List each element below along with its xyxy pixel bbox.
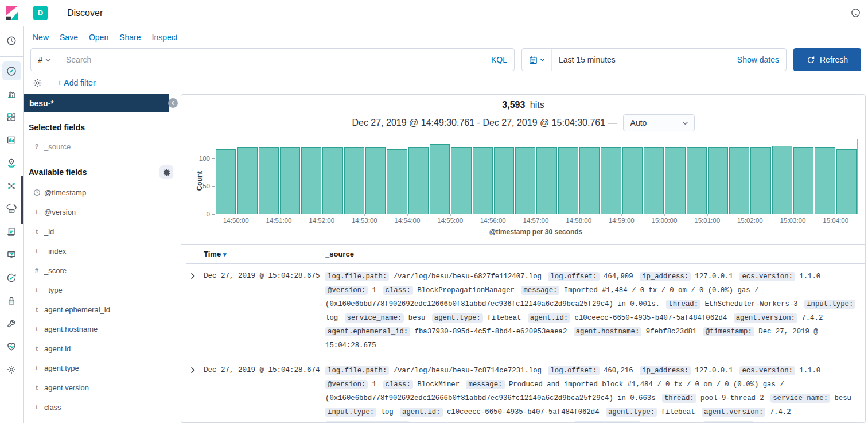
nav-item-recently-viewed[interactable] xyxy=(2,31,21,50)
histogram-bar-11[interactable] xyxy=(451,147,471,214)
histogram-bar-4[interactable] xyxy=(301,147,321,214)
menu-save-link[interactable]: Save xyxy=(60,33,78,42)
field-item-_source[interactable]: ?_source xyxy=(24,137,178,156)
filter-options-gear-icon[interactable] xyxy=(33,78,42,88)
menu-share-link[interactable]: Share xyxy=(119,33,141,42)
time-column-header[interactable]: Time▾ xyxy=(204,250,325,258)
field-item-agent.id[interactable]: tagent.id xyxy=(24,339,178,358)
time-range-line: Dec 27, 2019 @ 14:49:30.761 - Dec 27, 20… xyxy=(181,114,865,131)
histogram-bar-2[interactable] xyxy=(259,147,279,214)
string-field-icon: t xyxy=(32,247,42,254)
histogram-bar-7[interactable] xyxy=(365,147,386,214)
histogram-bar-24[interactable] xyxy=(729,147,749,214)
histogram-bar-12[interactable] xyxy=(473,147,493,214)
nav-item-dev-tools[interactable] xyxy=(2,314,21,333)
nav-item-machine-learning[interactable] xyxy=(2,176,21,195)
x-tickmark xyxy=(836,214,836,216)
filter-hash-label: # xyxy=(38,55,43,64)
date-quick-select-button[interactable] xyxy=(522,49,552,71)
field-key-chip: ecs.version: xyxy=(739,366,795,375)
index-pattern-selector[interactable]: besu-* xyxy=(24,94,169,112)
field-key-chip: class: xyxy=(383,380,413,389)
header-divider xyxy=(24,0,24,26)
histogram-bar-1[interactable] xyxy=(237,147,257,214)
field-item-@version[interactable]: t@version xyxy=(24,202,178,222)
histogram-bar-5[interactable] xyxy=(322,147,342,214)
histogram-bar-17[interactable] xyxy=(579,147,600,214)
nav-item-metrics[interactable] xyxy=(2,199,21,218)
histogram-bar-25[interactable] xyxy=(750,147,770,214)
nav-item-stack-monitoring[interactable] xyxy=(2,337,21,356)
x-tick-label: 15:03:00 xyxy=(780,217,806,224)
nav-item-visualize[interactable] xyxy=(2,84,21,103)
histogram-bar-23[interactable] xyxy=(708,147,728,214)
nav-item-dashboard[interactable] xyxy=(2,107,21,126)
interval-select[interactable]: Auto xyxy=(623,114,695,131)
histogram-bar-15[interactable] xyxy=(536,147,556,214)
collapse-sidebar-button[interactable] xyxy=(168,98,178,108)
histogram-bar-18[interactable] xyxy=(601,147,621,214)
nav-item-maps[interactable] xyxy=(2,153,21,172)
saved-query-menu-button[interactable]: # xyxy=(31,49,59,71)
histogram-bar-22[interactable] xyxy=(687,147,707,214)
field-item-class[interactable]: tclass xyxy=(24,397,178,417)
field-value: 127.0.0.1 xyxy=(695,273,733,281)
add-filter-button[interactable]: + Add filter xyxy=(57,78,96,87)
field-item-@timestamp[interactable]: @timestamp xyxy=(24,183,178,202)
histogram-bar-6[interactable] xyxy=(344,147,364,214)
field-item-container[interactable]: tcontainer xyxy=(24,417,178,423)
refresh-button[interactable]: Refresh xyxy=(793,48,861,71)
nav-scrollbar[interactable] xyxy=(21,176,23,224)
kibana-logo-icon xyxy=(5,5,20,21)
nav-item-uptime[interactable] xyxy=(2,268,21,287)
histogram-bar-19[interactable] xyxy=(622,147,643,214)
histogram-bar-9[interactable] xyxy=(408,147,429,214)
nav-item-canvas[interactable] xyxy=(2,130,21,149)
nav-item-management[interactable] xyxy=(2,360,21,379)
histogram-bar-14[interactable] xyxy=(515,147,535,214)
time-range-value[interactable]: Last 15 minutes xyxy=(552,55,737,64)
canvas-icon xyxy=(6,135,17,145)
histogram-bar-21[interactable] xyxy=(665,147,685,214)
histogram-bar-3[interactable] xyxy=(280,147,300,214)
field-item-_index[interactable]: t_index xyxy=(24,241,178,261)
kibana-logo[interactable] xyxy=(0,5,24,21)
histogram-bar-28[interactable] xyxy=(815,147,835,214)
nav-item-logs[interactable] xyxy=(2,222,21,241)
histogram-bar-20[interactable] xyxy=(644,147,664,214)
field-item-agent.version[interactable]: tagent.version xyxy=(24,378,178,397)
field-item-agent.type[interactable]: tagent.type xyxy=(24,358,178,378)
nav-item-siem[interactable] xyxy=(2,291,21,310)
field-item-_type[interactable]: t_type xyxy=(24,280,178,300)
histogram-bar-13[interactable] xyxy=(494,147,514,214)
visualize-icon xyxy=(6,89,17,99)
help-icon[interactable] xyxy=(851,8,861,18)
kql-button[interactable]: KQL xyxy=(484,55,514,64)
histogram-bar-29[interactable] xyxy=(836,149,857,215)
row-time: Dec 27, 2019 @ 15:04:28.675 xyxy=(204,270,325,352)
field-item-_id[interactable]: t_id xyxy=(24,222,178,241)
histogram-bar-8[interactable] xyxy=(387,149,407,214)
x-tick-label: 14:59:00 xyxy=(609,217,635,224)
expand-row-button[interactable] xyxy=(186,270,204,352)
row-source: log.file.path: /var/log/besu/besu-6827fe… xyxy=(325,270,865,352)
field-item-agent.hostname[interactable]: tagent.hostname xyxy=(24,319,178,339)
nav-item-apm[interactable] xyxy=(2,245,21,264)
expand-row-button[interactable] xyxy=(186,364,204,422)
histogram-bar-0[interactable] xyxy=(216,149,236,214)
unknown-field-icon: ? xyxy=(32,143,42,150)
histogram-bar-10[interactable] xyxy=(430,144,450,214)
search-input[interactable] xyxy=(59,49,484,71)
field-item-_score[interactable]: #_score xyxy=(24,261,178,280)
row-source: log.file.path: /var/log/besu/besu-7c8714… xyxy=(325,364,865,422)
field-settings-button[interactable] xyxy=(159,165,173,179)
nav-item-discover[interactable] xyxy=(2,61,21,80)
histogram-bar-16[interactable] xyxy=(558,147,578,214)
field-item-agent.ephemeral_id[interactable]: tagent.ephemeral_id xyxy=(24,300,178,319)
histogram-bar-26[interactable] xyxy=(772,146,792,214)
menu-new-link[interactable]: New xyxy=(33,33,49,42)
show-dates-button[interactable]: Show dates xyxy=(737,55,786,64)
histogram-bar-27[interactable] xyxy=(793,147,813,214)
menu-inspect-link[interactable]: Inspect xyxy=(152,33,178,42)
menu-open-link[interactable]: Open xyxy=(89,33,108,42)
